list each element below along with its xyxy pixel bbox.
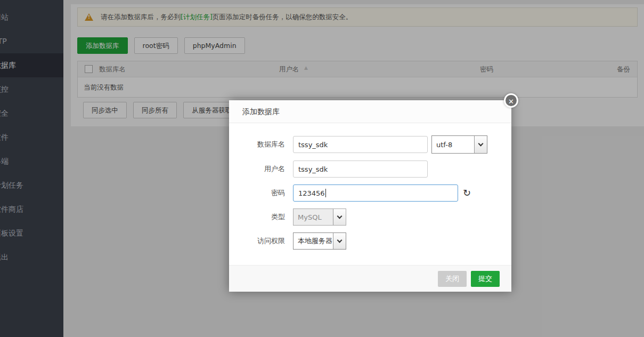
modal-body: 数据库名 utf-8 用户名 密码 123456 ↻	[229, 123, 511, 250]
modal-close-button[interactable]: 关闭	[438, 271, 467, 287]
form-row-type: 类型 MySQL	[229, 208, 511, 226]
chevron-down-icon	[333, 209, 346, 225]
modal-footer: 关闭 提交	[229, 265, 511, 292]
charset-select[interactable]: utf-8	[431, 135, 487, 154]
modal-close-icon[interactable]: ✕	[504, 93, 518, 108]
form-row-password: 密码 123456 ↻	[229, 184, 511, 202]
regenerate-password-icon[interactable]: ↻	[463, 188, 471, 198]
add-database-modal: ✕ 添加数据库 数据库名 utf-8 用户名 密码 123456	[229, 100, 511, 292]
form-row-access: 访问权限 本地服务器	[229, 232, 511, 250]
type-label: 类型	[229, 212, 285, 222]
username-label: 用户名	[229, 164, 285, 174]
chevron-down-icon	[474, 136, 487, 153]
modal-submit-button[interactable]: 提交	[471, 271, 500, 287]
access-select[interactable]: 本地服务器	[293, 232, 346, 250]
password-input[interactable]: 123456	[293, 184, 458, 202]
access-label: 访问权限	[229, 236, 285, 246]
chevron-down-icon	[333, 233, 346, 249]
password-label: 密码	[229, 188, 285, 198]
db-type-select: MySQL	[293, 208, 346, 226]
text-caret	[325, 189, 326, 197]
dbname-label: 数据库名	[229, 140, 285, 149]
modal-title: 添加数据库	[229, 100, 511, 123]
username-input[interactable]	[293, 161, 428, 178]
dbname-input[interactable]	[293, 136, 428, 153]
form-row-username: 用户名	[229, 161, 511, 178]
form-row-dbname: 数据库名 utf-8	[229, 135, 511, 154]
